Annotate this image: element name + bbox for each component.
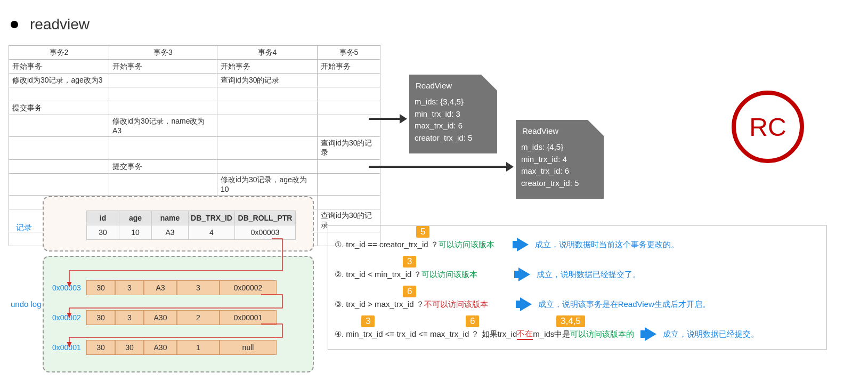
- arrow-icon: [520, 297, 532, 311]
- arrow-icon: [517, 238, 529, 252]
- bullet-icon: [11, 21, 18, 28]
- readview-title: ReadView: [522, 125, 558, 137]
- value-tag: 3: [403, 256, 416, 268]
- rule-2: ②. trx_id < min_trx_id ？ 可以访问该版本 成立，说明数据…: [335, 260, 820, 289]
- rule-4: ④. min_trx_id <= trx_id <= max_trx_id ？ …: [335, 319, 820, 349]
- rule-3: ③. trx_id > max_trx_id ？ 不可以访问该版本 成立，说明该…: [335, 289, 820, 319]
- undo-row: 303A330x00002: [86, 280, 277, 295]
- undo-addr-1: 0x00003: [52, 283, 81, 292]
- rc-badge: RC: [732, 91, 804, 163]
- undolog-label: undo log: [11, 299, 42, 309]
- undo-row: 303A3020x00001: [86, 310, 277, 325]
- readview-box-1: ReadView m_ids: {3,4,5} min_trx_id: 3 ma…: [409, 75, 497, 153]
- arrow-icon: [369, 118, 401, 120]
- value-tag: 3: [361, 315, 375, 327]
- record-table: id age name DB_TRX_ID DB_ROLL_PTR 30 10 …: [86, 210, 296, 240]
- undo-addr-3: 0x00001: [52, 343, 81, 352]
- value-tag: 6: [466, 315, 479, 327]
- arrow-icon: [518, 268, 530, 281]
- readview-box-2: ReadView m_ids: {4,5} min_trx_id: 4 max_…: [516, 120, 604, 199]
- page-title: readview: [30, 16, 90, 33]
- value-tag: 3,4,5: [556, 315, 585, 327]
- th-trx2: 事务2: [9, 46, 109, 60]
- undo-row: 3030A301null: [86, 340, 277, 355]
- th-trx5: 事务5: [318, 46, 380, 60]
- arrow-icon: [369, 166, 507, 168]
- th-trx3: 事务3: [109, 46, 217, 60]
- readview-title: ReadView: [416, 80, 452, 92]
- value-tag: 6: [403, 286, 416, 297]
- arrow-icon: [645, 327, 656, 341]
- value-tag: 5: [416, 226, 429, 238]
- record-label: 记录: [16, 223, 32, 233]
- undo-addr-2: 0x00002: [52, 313, 81, 322]
- rules-panel: ①. trx_id == creator_trx_id ？ 可以访问该版本 成立…: [328, 225, 826, 350]
- title-row: readview: [11, 16, 90, 33]
- th-trx4: 事务4: [217, 46, 318, 60]
- rule-1: ①. trx_id == creator_trx_id ？ 可以访问该版本 成立…: [335, 230, 820, 260]
